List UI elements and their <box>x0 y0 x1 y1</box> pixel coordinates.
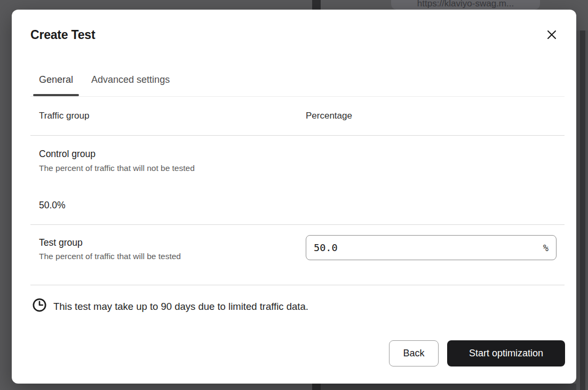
divider <box>30 135 565 136</box>
back-button[interactable]: Back <box>389 340 439 366</box>
tab-general[interactable]: General <box>33 63 79 96</box>
test-group-description: The percent of traffic that will be test… <box>39 252 181 261</box>
notice-text: This test may take up to 90 days due to … <box>53 300 308 314</box>
back-button-label: Back <box>403 348 424 359</box>
dialog-title: Create Test <box>30 28 95 42</box>
close-button[interactable] <box>541 24 562 45</box>
close-icon <box>546 29 558 41</box>
browser-url-text: https://klaviyo-swag.m... <box>417 0 514 9</box>
control-group-name: Control group <box>39 149 96 160</box>
clock-icon <box>32 298 47 313</box>
test-percentage-field: % <box>306 235 557 260</box>
test-percentage-input[interactable] <box>306 235 557 260</box>
create-test-dialog: Create Test General Advanced settings Tr… <box>12 10 576 384</box>
background-right-strip <box>580 30 585 390</box>
control-group-description: The percent of traffic that will not be … <box>39 163 195 173</box>
tab-general-label: General <box>39 74 73 85</box>
tab-advanced-settings-label: Advanced settings <box>91 74 170 85</box>
tab-advanced-settings[interactable]: Advanced settings <box>85 63 176 96</box>
column-header-traffic-group: Traffic group <box>39 111 90 121</box>
browser-url-pill: https://klaviyo-swag.m... <box>391 0 540 10</box>
divider <box>30 224 565 225</box>
start-optimization-button[interactable]: Start optimization <box>447 340 565 366</box>
dialog-tabs: General Advanced settings <box>30 63 565 97</box>
column-header-percentage: Percentage <box>306 111 352 121</box>
active-tab-indicator <box>33 94 79 96</box>
start-optimization-label: Start optimization <box>469 348 543 359</box>
control-group-percentage: 50.0% <box>39 200 66 211</box>
background-bottom-panel <box>321 384 576 390</box>
divider <box>30 285 565 285</box>
test-group-name: Test group <box>39 237 83 248</box>
percent-suffix: % <box>543 243 549 253</box>
